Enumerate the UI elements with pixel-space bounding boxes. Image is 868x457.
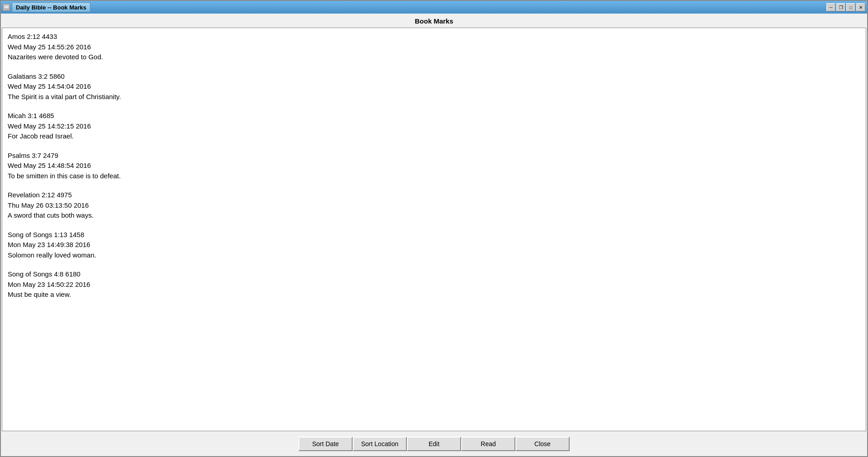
bookmark-date: Wed May 25 14:54:04 2016 <box>8 81 860 92</box>
bookmark-reference: Revelation 2:12 4975 <box>8 190 860 200</box>
app-icon[interactable]: 📖 <box>3 4 10 11</box>
sort-location-button[interactable]: Sort Location <box>353 437 407 451</box>
bookmark-date: Wed May 25 14:55:26 2016 <box>8 42 860 52</box>
title-bar: 📖 Daily Bible -- Book Marks ─ ❐ □ ✕ <box>1 1 867 14</box>
bookmark-note: For Jacob read Israel. <box>8 131 860 142</box>
bookmark-note: The Spirit is a vital part of Christiani… <box>8 92 860 102</box>
read-button[interactable]: Read <box>461 437 515 451</box>
bookmark-reference: Amos 2:12 4433 <box>8 32 860 42</box>
bookmark-date: Mon May 23 14:50:22 2016 <box>8 280 860 290</box>
bookmark-entry[interactable]: Psalms 3:7 2479Wed May 25 14:48:54 2016T… <box>8 151 860 181</box>
bookmark-date: Mon May 23 14:49:38 2016 <box>8 240 860 250</box>
window-controls: ─ ❐ □ ✕ <box>826 3 865 11</box>
close-button[interactable]: Close <box>515 437 570 451</box>
minimize-button[interactable]: ─ <box>826 3 835 11</box>
window-title: Daily Bible -- Book Marks <box>12 2 90 12</box>
close-button[interactable]: ✕ <box>856 3 865 11</box>
title-bar-left: 📖 Daily Bible -- Book Marks <box>3 2 90 12</box>
bookmark-reference: Galatians 3:2 5860 <box>8 71 860 82</box>
bookmark-entry[interactable]: Revelation 2:12 4975Thu May 26 03:13:50 … <box>8 190 860 221</box>
restore-button[interactable]: ❐ <box>836 3 845 11</box>
bookmark-entry[interactable]: Song of Songs 1:13 1458Mon May 23 14:49:… <box>8 230 860 261</box>
bookmark-note: A sword that cuts both ways. <box>8 210 860 221</box>
bookmark-reference: Song of Songs 4:8 6180 <box>8 269 860 280</box>
bookmark-entry[interactable]: Song of Songs 4:8 6180Mon May 23 14:50:2… <box>8 269 860 300</box>
bookmark-note: Must be quite a view. <box>8 290 860 300</box>
main-window: 📖 Daily Bible -- Book Marks ─ ❐ □ ✕ Book… <box>0 0 868 457</box>
bookmark-date: Wed May 25 14:52:15 2016 <box>8 121 860 132</box>
window-content: Book Marks Amos 2:12 4433Wed May 25 14:5… <box>1 14 867 456</box>
maximize-button[interactable]: □ <box>846 3 855 11</box>
bookmark-note: Solomon really loved woman. <box>8 250 860 261</box>
sort-date-button[interactable]: Sort Date <box>298 437 353 451</box>
bookmark-reference: Psalms 3:7 2479 <box>8 151 860 161</box>
bookmark-reference: Micah 3:1 4685 <box>8 111 860 121</box>
edit-button[interactable]: Edit <box>407 437 461 451</box>
bookmark-date: Thu May 26 03:13:50 2016 <box>8 200 860 211</box>
bookmark-date: Wed May 25 14:48:54 2016 <box>8 161 860 171</box>
page-title: Book Marks <box>1 14 867 28</box>
bookmarks-list[interactable]: Amos 2:12 4433Wed May 25 14:55:26 2016Na… <box>2 28 866 431</box>
bookmark-reference: Song of Songs 1:13 1458 <box>8 230 860 240</box>
bookmark-note: To be smitten in this case is to defeat. <box>8 171 860 181</box>
bookmark-entry[interactable]: Micah 3:1 4685Wed May 25 14:52:15 2016Fo… <box>8 111 860 142</box>
bookmark-entry[interactable]: Amos 2:12 4433Wed May 25 14:55:26 2016Na… <box>8 32 860 62</box>
bottom-bar: Sort Date Sort Location Edit Read Close <box>1 431 867 456</box>
bookmark-note: Nazarites were devoted to God. <box>8 52 860 62</box>
bookmark-entry[interactable]: Galatians 3:2 5860Wed May 25 14:54:04 20… <box>8 71 860 102</box>
